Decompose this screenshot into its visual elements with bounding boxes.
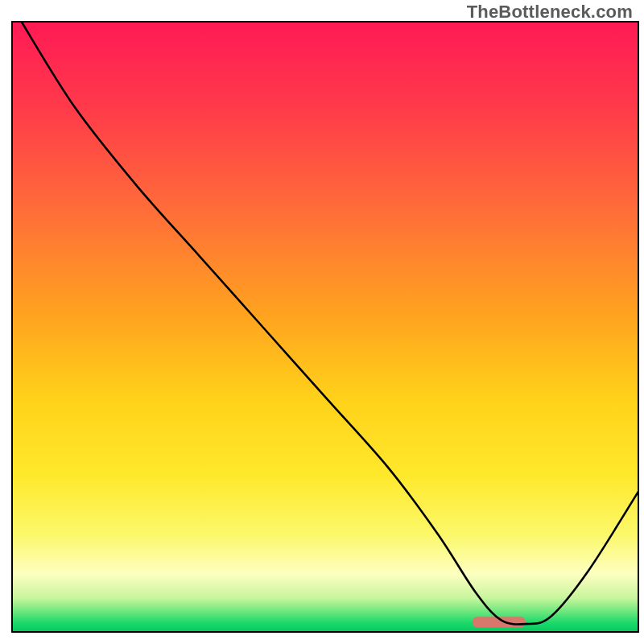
plot-background	[12, 22, 638, 632]
chart-page: TheBottleneck.com	[0, 0, 644, 644]
watermark-text: TheBottleneck.com	[467, 2, 633, 23]
bottleneck-chart	[0, 0, 644, 644]
